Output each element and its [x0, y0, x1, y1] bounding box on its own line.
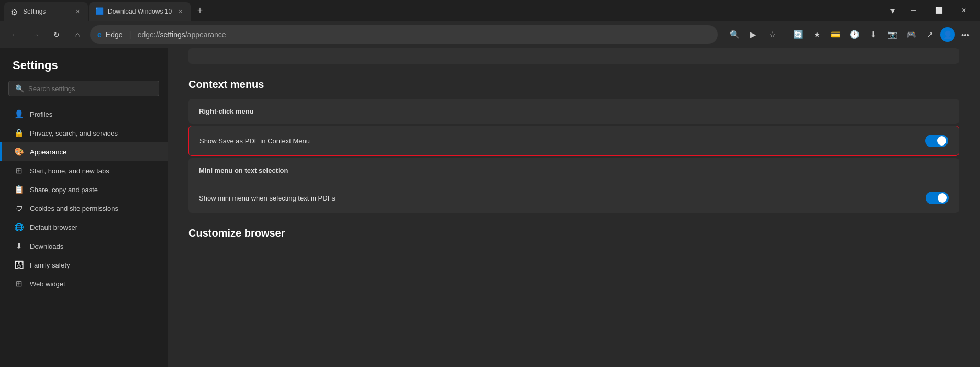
- cookies-icon: 🛡: [14, 204, 24, 213]
- toolbar-divider-1: [785, 29, 785, 40]
- forward-button[interactable]: →: [27, 26, 44, 43]
- profile-avatar[interactable]: 👤: [940, 27, 955, 42]
- title-bar: ⚙ Settings ✕ 🟦 Download Windows 10 ✕ + ▾…: [0, 0, 980, 21]
- tab-group: ⚙ Settings ✕ 🟦 Download Windows 10 ✕: [4, 0, 191, 21]
- sidebar-item-downloads[interactable]: ⬇ Downloads: [0, 237, 168, 255]
- sidebar-item-privacy-label: Privacy, search, and services: [30, 129, 118, 137]
- download-tab-label: Download Windows 10: [108, 8, 172, 15]
- show-save-pdf-card: Show Save as PDF in Context Menu: [188, 126, 959, 156]
- history-icon[interactable]: 🕐: [846, 26, 863, 43]
- address-input[interactable]: e Edge | edge://context-menussettings/ap…: [90, 25, 718, 44]
- web-widget-icon: ⊞: [14, 279, 24, 288]
- start-home-icon: ⊞: [14, 166, 24, 175]
- sidebar-nav: 👤 Profiles 🔒 Privacy, search, and servic…: [0, 105, 168, 293]
- search-input[interactable]: [28, 85, 152, 93]
- settings-tab-icon: ⚙: [10, 7, 19, 16]
- mini-menu-header-row: Mini menu on text selection: [188, 158, 959, 183]
- download-tab-close[interactable]: ✕: [176, 7, 184, 16]
- top-partial-card: [188, 48, 959, 64]
- screenshot-icon[interactable]: 📷: [884, 26, 900, 43]
- downloads-icon: ⬇: [14, 241, 24, 251]
- sidebar-item-share-copy-label: Share, copy and paste: [30, 186, 98, 194]
- wallet-icon[interactable]: 💳: [827, 26, 844, 43]
- share-icon[interactable]: ↗: [921, 26, 938, 43]
- sidebar-item-profiles[interactable]: 👤 Profiles: [0, 105, 168, 124]
- sidebar-item-family-safety[interactable]: 👨‍👩‍👧 Family safety: [0, 255, 168, 274]
- sidebar-item-share-copy[interactable]: 📋 Share, copy and paste: [0, 180, 168, 199]
- home-button[interactable]: ⌂: [69, 26, 86, 43]
- sidebar-item-cookies-label: Cookies and site permissions: [30, 205, 118, 213]
- refresh-button[interactable]: ↻: [48, 26, 65, 43]
- url-text: edge://context-menussettings/appearance: [138, 30, 710, 39]
- right-click-menu-card: Right-click menu: [188, 99, 959, 124]
- address-bar: ← → ↻ ⌂ e Edge | edge://context-menusset…: [0, 21, 980, 48]
- sidebar-item-default-browser-label: Default browser: [30, 224, 77, 231]
- sidebar-item-family-safety-label: Family safety: [30, 261, 70, 269]
- sidebar-item-web-widget-label: Web widget: [30, 280, 65, 288]
- minimize-button[interactable]: ─: [901, 2, 926, 19]
- sidebar-item-appearance[interactable]: 🎨 Appearance: [0, 142, 168, 161]
- tab-settings[interactable]: ⚙ Settings ✕: [4, 2, 88, 21]
- url-separator: |: [129, 30, 131, 39]
- share-copy-icon: 📋: [14, 185, 24, 194]
- restore-button[interactable]: ⬜: [927, 2, 951, 19]
- sidebar-item-web-widget[interactable]: ⊞ Web widget: [0, 274, 168, 293]
- sidebar: Settings 🔍 👤 Profiles 🔒 Privacy, search,…: [0, 48, 168, 367]
- show-mini-menu-pdfs-toggle[interactable]: [926, 192, 949, 204]
- show-save-pdf-label: Show Save as PDF in Context Menu: [199, 137, 925, 145]
- gamepad-icon[interactable]: 🎮: [903, 26, 919, 43]
- show-save-pdf-row: Show Save as PDF in Context Menu: [189, 126, 959, 155]
- context-menus-section-title: Context menus: [188, 79, 959, 91]
- family-safety-icon: 👨‍👩‍👧: [14, 260, 24, 270]
- download-tab-icon: 🟦: [95, 7, 104, 16]
- show-save-pdf-toggle[interactable]: [925, 135, 948, 147]
- sidebar-item-cookies[interactable]: 🛡 Cookies and site permissions: [0, 199, 168, 218]
- sidebar-item-start-home[interactable]: ⊞ Start, home, and new tabs: [0, 161, 168, 180]
- mini-menu-header-label: Mini menu on text selection: [199, 166, 949, 174]
- toggle-knob-mini-menu: [938, 193, 947, 203]
- sidebar-item-default-browser[interactable]: 🌐 Default browser: [0, 218, 168, 237]
- profiles-icon: 👤: [14, 109, 24, 119]
- new-tab-button[interactable]: +: [193, 3, 207, 18]
- sidebar-item-start-home-label: Start, home, and new tabs: [30, 167, 109, 175]
- sidebar-item-downloads-label: Downloads: [30, 242, 63, 250]
- right-click-menu-row: Right-click menu: [188, 99, 959, 124]
- toolbar-icons: 🔍 ▶ ☆ 🔄 ★ 💳 🕐 ⬇ 📷 🎮 ↗ 👤 •••: [726, 26, 974, 43]
- more-menu-icon[interactable]: •••: [957, 26, 974, 43]
- sidebar-item-privacy[interactable]: 🔒 Privacy, search, and services: [0, 124, 168, 142]
- collections-icon[interactable]: ★: [808, 26, 825, 43]
- sidebar-item-profiles-label: Profiles: [30, 110, 52, 118]
- settings-tab-label: Settings: [23, 8, 69, 15]
- tab-group-area: ⚙ Settings ✕ 🟦 Download Windows 10 ✕ +: [4, 0, 885, 21]
- zoom-icon[interactable]: 🔍: [726, 26, 743, 43]
- appearance-icon: 🎨: [14, 147, 24, 157]
- toggle-knob-save-pdf: [937, 136, 946, 146]
- search-box[interactable]: 🔍: [8, 81, 159, 96]
- favorites-icon[interactable]: ☆: [764, 26, 781, 43]
- sidebar-title: Settings: [0, 59, 168, 81]
- main-layout: Settings 🔍 👤 Profiles 🔒 Privacy, search,…: [0, 48, 980, 367]
- play-icon[interactable]: ▶: [745, 26, 762, 43]
- refresh-tools-icon[interactable]: 🔄: [789, 26, 806, 43]
- search-icon: 🔍: [15, 84, 24, 93]
- downloads-toolbar-icon[interactable]: ⬇: [865, 26, 882, 43]
- right-click-menu-label: Right-click menu: [199, 107, 949, 115]
- content-area: Context menus Right-click menu Show Save…: [168, 48, 980, 367]
- close-button[interactable]: ✕: [952, 2, 976, 19]
- back-button[interactable]: ←: [6, 26, 23, 43]
- settings-tab-close[interactable]: ✕: [73, 7, 82, 16]
- sidebar-item-appearance-label: Appearance: [30, 148, 66, 156]
- site-name-label: Edge: [106, 30, 123, 39]
- customize-browser-section-title: Customize browser: [188, 227, 959, 239]
- window-controls: ▾ ─ ⬜ ✕: [885, 2, 976, 19]
- default-browser-icon: 🌐: [14, 223, 24, 232]
- tab-download-win10[interactable]: 🟦 Download Windows 10 ✕: [89, 2, 191, 21]
- show-mini-menu-pdfs-row: Show mini menu when selecting text in PD…: [188, 183, 959, 213]
- edge-logo-icon: e: [97, 30, 102, 39]
- privacy-icon: 🔒: [14, 128, 24, 138]
- mini-menu-card: Mini menu on text selection Show mini me…: [188, 158, 959, 213]
- show-mini-menu-pdfs-label: Show mini menu when selecting text in PD…: [199, 194, 926, 202]
- tab-dropdown-button[interactable]: ▾: [885, 2, 900, 19]
